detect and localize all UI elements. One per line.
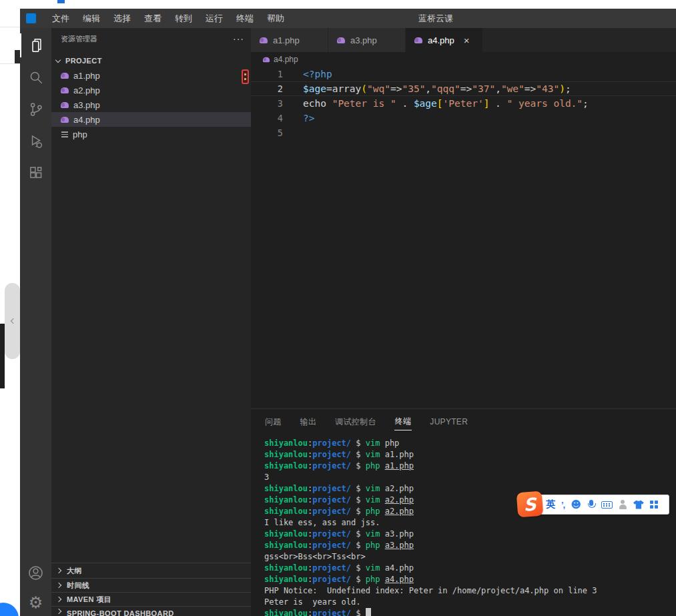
menu-item-go[interactable]: 转到 (168, 9, 199, 28)
skin-icon[interactable] (633, 501, 644, 509)
modified-badge[interactable] (242, 69, 249, 84)
menu-item-view[interactable]: 查看 (137, 9, 168, 28)
menu-item-file[interactable]: 文件 (45, 9, 76, 28)
code-token: [ (437, 98, 443, 109)
floating-chat-button[interactable] (0, 603, 19, 616)
code-line: 4?> (251, 111, 676, 125)
terminal-text: vim (366, 529, 380, 539)
terminal-text: shiyanlou (264, 438, 308, 448)
run-debug-icon (27, 133, 45, 150)
terminal-text: $ (351, 495, 366, 505)
microphone-icon[interactable] (587, 500, 595, 510)
code-token: echo (303, 98, 332, 109)
file-item-php[interactable]: php (51, 127, 251, 141)
tab-a1-php[interactable]: a1.php (251, 28, 328, 52)
terminal-text: $ (351, 541, 366, 550)
ime-bar: 英 ’, ☻ (532, 495, 669, 515)
account-silhouette-icon[interactable] (619, 500, 627, 509)
terminal-text (380, 461, 384, 471)
code-token: , (495, 83, 501, 94)
terminal-text: shiyanlou (264, 461, 308, 471)
activity-item-settings[interactable]: ⚙ (20, 591, 51, 615)
section-label: 时间线 (67, 581, 89, 591)
terminal-file-link[interactable]: a2.php (385, 495, 414, 505)
tab-a3-php[interactable]: a3.php (328, 28, 406, 52)
sidebar-collapse-handle[interactable] (5, 283, 20, 359)
terminal-text: shiyanlou (264, 495, 308, 505)
terminal-text: shiyanlou (264, 507, 308, 516)
terminal-text: shiyanlou (264, 484, 308, 493)
tab-a4-php[interactable]: a4.php× (406, 28, 483, 52)
code-text: <?php (283, 69, 332, 79)
more-actions-icon[interactable]: ··· (233, 33, 244, 44)
breadcrumb[interactable]: a4.php (251, 52, 676, 67)
code-token: => (390, 83, 402, 94)
terminal-line: shiyanlou:project/ $ (264, 608, 676, 616)
terminal-text: gss<br>Bss<br>Tss<br> (264, 552, 366, 561)
terminal-file-link[interactable]: a2.php (385, 507, 414, 516)
sidebar-section-maven[interactable]: MAVEN 项目 (51, 592, 251, 606)
menu-item-help[interactable]: 帮助 (260, 9, 291, 28)
panel-tab-debug-console[interactable]: 调试控制台 (334, 414, 377, 430)
code-token: ; (565, 83, 571, 94)
terminal-text: a3.php (380, 529, 414, 539)
keyboard-icon[interactable] (601, 501, 613, 509)
file-item-a3-php[interactable]: a3.php (51, 97, 251, 112)
activity-item-extensions[interactable] (20, 162, 51, 186)
php-file-icon (60, 101, 69, 109)
breadcrumb-item[interactable]: a4.php (274, 55, 298, 64)
menu-item-edit[interactable]: 编辑 (76, 9, 107, 28)
ime-mode-toggle[interactable]: 英 (546, 499, 555, 511)
activity-item-search[interactable] (20, 65, 51, 89)
terminal-output[interactable]: shiyanlou:project/ $ vim phpshiyanlou:pr… (251, 434, 676, 616)
gear-icon: ⚙ (29, 595, 43, 611)
sidebar-section-springboot[interactable]: SPRING-BOOT DASHBOARD (51, 606, 251, 616)
sogou-logo-icon[interactable]: S (517, 491, 543, 518)
terminal-text: php (366, 575, 380, 584)
browser-page-strip (0, 0, 20, 616)
php-file-icon (336, 37, 346, 44)
menu-item-run[interactable]: 运行 (199, 9, 230, 28)
ime-punctuation-toggle[interactable]: ’, (561, 500, 565, 510)
sidebar-section-timeline[interactable]: 时间线 (51, 578, 251, 592)
code-line: 3echo "Peter is " . $age['Peter'] . " ye… (251, 96, 676, 111)
terminal-text: I like ess, ass and jss. (264, 518, 380, 527)
panel-tab-problems[interactable]: 问题 (264, 414, 282, 430)
code-editor[interactable]: 1<?php2$age=array("wq"=>"35","qqq"=>"37"… (251, 67, 676, 408)
file-label: a2.php (73, 85, 100, 95)
panel-tab-jupyter[interactable]: JUPYTER (429, 414, 468, 429)
files-icon (28, 37, 45, 54)
code-token: "43" (536, 83, 559, 94)
terminal-file-link[interactable]: a4.php (385, 575, 414, 584)
emoji-icon[interactable]: ☻ (571, 500, 581, 510)
activity-item-source-control[interactable] (20, 97, 51, 121)
terminal-text: shiyanlou (264, 529, 308, 539)
activity-item-explorer[interactable] (20, 33, 51, 57)
php-file-icon (60, 116, 69, 123)
menu-item-selection[interactable]: 选择 (107, 9, 137, 28)
terminal-text: shiyanlou (264, 609, 308, 616)
lanqiao-logo-icon[interactable] (26, 13, 36, 23)
terminal-line: shiyanlou:project/ $ php a3.php (264, 540, 676, 551)
panel-tab-terminal[interactable]: 终端 (394, 413, 412, 430)
php-file-icon (262, 56, 270, 62)
file-item-a2-php[interactable]: a2.php (51, 83, 251, 97)
terminal-line: shiyanlou:project/ $ vim a4.php (264, 563, 676, 574)
code-line: 2$age=array("wq"=>"35","qqq"=>"37","we"=… (251, 81, 676, 96)
panel-tab-output[interactable]: 输出 (300, 414, 318, 430)
code-text: $age=array("wq"=>"35","qqq"=>"37","we"=>… (283, 83, 571, 94)
terminal-file-link[interactable]: a3.php (385, 541, 414, 550)
tab-close-icon[interactable]: × (464, 35, 470, 45)
chevron-right-icon (56, 597, 61, 602)
toolbox-grid-icon[interactable] (650, 501, 658, 509)
menu-item-terminal[interactable]: 终端 (230, 9, 260, 28)
file-item-a1-php[interactable]: a1.php (51, 68, 251, 83)
line-number: 5 (251, 127, 283, 138)
terminal-file-link[interactable]: a1.php (385, 461, 414, 471)
file-item-a4-php[interactable]: a4.php (51, 112, 251, 127)
line-number: 1 (251, 69, 283, 79)
project-folder-row[interactable]: PROJECT (51, 53, 251, 68)
sidebar-section-outline[interactable]: 大纲 (51, 563, 251, 578)
activity-item-run-debug[interactable] (20, 129, 51, 153)
activity-item-account[interactable] (20, 561, 51, 585)
